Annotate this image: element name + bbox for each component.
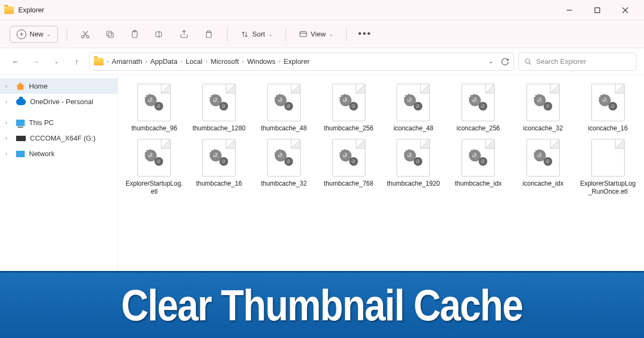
svg-line-6 xyxy=(84,31,88,36)
file-item[interactable]: thumbcache_96 xyxy=(123,83,185,134)
search-placeholder: Search Explorer xyxy=(536,57,586,65)
gear-icon xyxy=(145,94,163,111)
breadcrumb[interactable]: Microsoft xyxy=(210,57,239,65)
svg-point-18 xyxy=(525,58,530,63)
separator xyxy=(227,27,228,41)
file-icon xyxy=(591,84,625,121)
view-label: View xyxy=(311,30,326,38)
file-item[interactable]: thumbcache_256 xyxy=(318,83,379,134)
refresh-button[interactable] xyxy=(501,57,509,66)
address-bar[interactable]: › Amarnath › AppData › Local › Microsoft… xyxy=(89,53,514,71)
file-label: thumbcache_1920 xyxy=(387,180,440,188)
file-label: thumbcache_256 xyxy=(324,124,374,133)
file-item[interactable]: thumbcache_idx xyxy=(448,138,509,197)
file-item[interactable]: iconcache_16 xyxy=(577,83,639,134)
more-button[interactable]: ••• xyxy=(355,25,375,44)
paste-button[interactable] xyxy=(125,25,144,44)
recent-button[interactable]: ⌄ xyxy=(48,54,64,70)
file-label: iconcache_16 xyxy=(588,124,628,133)
chevron-right-icon: › xyxy=(145,58,147,64)
gear-icon xyxy=(404,150,422,166)
file-label: thumbcache_96 xyxy=(131,124,177,133)
window-title: Explorer xyxy=(18,6,44,14)
sidebar-item-onedrive[interactable]: › OneDrive - Personal xyxy=(0,94,118,109)
copy-button[interactable] xyxy=(100,25,120,44)
chevron-down-icon[interactable]: ⌄ xyxy=(488,58,493,65)
new-label: New xyxy=(30,30,43,38)
file-item[interactable]: ExplorerStartupLog_RunOnce.etl xyxy=(577,138,639,197)
titlebar: Explorer xyxy=(0,0,644,20)
gear-icon xyxy=(210,94,228,111)
file-label: thumbcache_idx xyxy=(455,180,501,188)
svg-rect-16 xyxy=(300,31,306,36)
gear-icon xyxy=(275,150,293,166)
chevron-right-icon: › xyxy=(279,58,280,64)
file-item[interactable]: iconcache_32 xyxy=(513,83,574,134)
gear-icon xyxy=(534,150,552,166)
view-button[interactable]: View ⌄ xyxy=(295,30,338,39)
sidebar-item-network[interactable]: › Network xyxy=(0,146,118,161)
separator xyxy=(346,27,347,41)
file-item[interactable]: thumbcache_1920 xyxy=(383,138,444,197)
file-icon xyxy=(526,139,560,177)
file-label: thumbcache_768 xyxy=(324,180,374,188)
file-icon xyxy=(202,84,236,121)
file-item[interactable]: ExplorerStartupLog.etl xyxy=(123,138,185,197)
breadcrumb[interactable]: Local xyxy=(186,57,202,65)
sidebar-item-label: CCCOMA_X64F (G:) xyxy=(30,134,96,142)
network-icon xyxy=(16,151,25,157)
minimize-button[interactable] xyxy=(561,2,577,18)
cloud-icon xyxy=(16,99,26,105)
breadcrumb[interactable]: Windows xyxy=(247,57,276,65)
banner: Clear Thumbnail Cache xyxy=(0,271,644,338)
chevron-right-icon: › xyxy=(206,58,207,64)
window-controls xyxy=(561,2,640,18)
sort-button[interactable]: Sort ⌄ xyxy=(236,30,277,39)
share-button[interactable] xyxy=(174,25,194,44)
toolbar: + New ⌄ Sort ⌄ View ⌄ ••• xyxy=(0,20,644,48)
back-button[interactable]: ← xyxy=(8,54,24,70)
chevron-right-icon: › xyxy=(107,58,108,64)
file-label: thumbcache_16 xyxy=(196,180,241,188)
up-button[interactable]: ↑ xyxy=(69,54,85,70)
chevron-right-icon: › xyxy=(5,120,12,126)
file-item[interactable]: thumbcache_48 xyxy=(253,83,315,134)
breadcrumb[interactable]: Amarnath xyxy=(112,57,142,65)
file-icon xyxy=(332,139,365,177)
banner-text: Clear Thumbnail Cache xyxy=(121,280,523,330)
breadcrumb[interactable]: AppData xyxy=(150,57,178,65)
svg-line-19 xyxy=(529,62,531,64)
navbar: ← → ⌄ ↑ › Amarnath › AppData › Local › M… xyxy=(0,48,644,75)
pc-icon xyxy=(16,120,25,126)
sidebar-item-thispc[interactable]: › This PC xyxy=(0,115,118,130)
file-icon xyxy=(397,84,430,121)
file-item[interactable]: thumbcache_32 xyxy=(253,138,315,197)
drive-icon xyxy=(16,136,26,141)
delete-button[interactable] xyxy=(199,25,218,44)
sidebar-item-home[interactable]: › Home xyxy=(0,78,118,94)
file-item[interactable]: iconcache_48 xyxy=(383,83,444,134)
folder-icon xyxy=(94,58,104,65)
svg-rect-12 xyxy=(156,32,162,36)
file-item[interactable]: thumbcache_16 xyxy=(188,138,250,197)
forward-button[interactable]: → xyxy=(28,54,44,70)
svg-rect-9 xyxy=(107,31,112,36)
new-button[interactable]: + New ⌄ xyxy=(10,26,58,43)
file-item[interactable]: thumbcache_768 xyxy=(318,138,379,197)
close-button[interactable] xyxy=(617,2,633,18)
file-icon xyxy=(332,84,365,121)
file-icon xyxy=(462,84,495,121)
search-input[interactable]: Search Explorer xyxy=(518,53,636,71)
breadcrumb[interactable]: Explorer xyxy=(284,57,310,65)
svg-line-7 xyxy=(83,31,87,36)
cut-button[interactable] xyxy=(76,25,95,44)
sidebar: › Home › OneDrive - Personal › This PC ›… xyxy=(0,75,118,271)
rename-button[interactable] xyxy=(150,25,169,44)
maximize-button[interactable] xyxy=(589,2,605,18)
file-grid: thumbcache_96thumbcache_1280thumbcache_4… xyxy=(118,75,644,271)
file-item[interactable]: iconcache_idx xyxy=(513,138,574,197)
file-item[interactable]: thumbcache_1280 xyxy=(188,83,250,134)
chevron-right-icon: › xyxy=(5,99,12,105)
sidebar-item-drive[interactable]: › CCCOMA_X64F (G:) xyxy=(0,130,118,146)
file-item[interactable]: iconcache_256 xyxy=(448,83,509,134)
